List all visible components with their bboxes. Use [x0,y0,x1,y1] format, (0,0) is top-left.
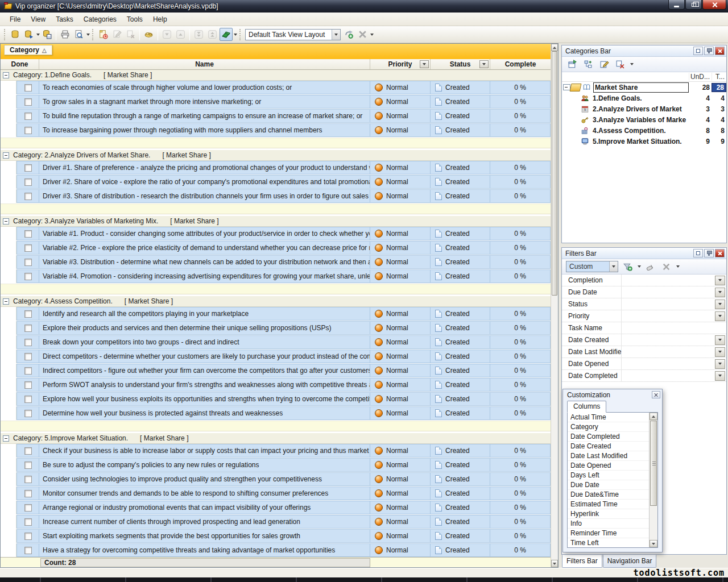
task-done-cell[interactable] [16,472,39,486]
task-name-cell[interactable]: Driver #2. Share of voice - explore the … [39,175,370,189]
scroll-down-icon[interactable] [551,560,558,567]
task-complete-cell[interactable]: 0 % [490,392,551,406]
task-priority-cell[interactable]: Normal [370,255,431,269]
task-checkbox[interactable] [24,462,32,469]
task-done-cell[interactable] [16,364,39,377]
open-database-dropdown[interactable] [36,26,40,43]
filter-dropdown-icon[interactable] [715,300,725,309]
scrollbar-thumb[interactable] [552,51,557,296]
task-name-cell[interactable]: To build fine reputation through a range… [39,109,370,123]
task-name-cell[interactable]: Variable #4. Promotion - considering inc… [39,269,370,283]
filter-row-completion[interactable]: Completion [562,275,726,286]
filter-dropdown-icon[interactable] [715,311,725,321]
filter-dropdown-icon[interactable] [715,359,725,369]
tab-columns[interactable]: Columns [567,401,606,413]
category-tree-item[interactable]: 52.Analyze Drivers of Market33 [562,103,726,114]
apply-filter-icon[interactable] [621,260,634,273]
task-status-cell[interactable]: Created [431,444,490,458]
filter-value[interactable] [621,370,715,381]
task-status-cell[interactable]: Created [431,321,490,335]
columns-scroll-up-icon[interactable] [650,413,657,420]
scroll-up-icon[interactable] [551,44,558,51]
task-priority-cell[interactable]: Normal [370,487,431,500]
layout-combobox-arrow[interactable] [332,30,340,40]
task-status-cell[interactable]: Created [431,269,490,283]
filter-row-date-opened[interactable]: Date Opened [562,358,726,370]
columns-scroll-down-icon[interactable] [650,540,657,547]
task-name-cell[interactable]: Increase current number of clients throu… [39,515,370,529]
category-group-row[interactable]: Category: 2.Analyze Drivers of Market Sh… [1,150,551,161]
task-done-cell[interactable] [16,501,39,514]
minimize-button[interactable] [668,0,685,10]
menu-help[interactable]: Help [148,14,172,25]
print-preview-icon[interactable] [72,28,85,41]
task-done-cell[interactable] [16,255,39,269]
task-priority-cell[interactable]: Normal [370,241,431,255]
category-group-row[interactable]: Category: 5.Improve Market Situation.[ M… [1,433,551,444]
task-name-cell[interactable]: To reach economies of scale through high… [39,81,370,94]
task-checkbox[interactable] [24,339,32,346]
column-option[interactable]: Category [568,422,649,432]
categories-toolbar-dropdown[interactable] [630,57,634,72]
task-complete-cell[interactable]: 0 % [490,189,551,203]
task-status-cell[interactable]: Created [431,109,490,123]
column-option[interactable]: Date Completed [568,432,649,442]
task-checkbox[interactable] [24,259,32,266]
task-name-cell[interactable]: Determine how well your business is prot… [39,406,370,420]
category-tree-item[interactable]: Market Share2828 [562,82,726,93]
filter-value[interactable] [621,334,715,346]
task-priority-cell[interactable]: Normal [370,81,431,94]
task-name-cell[interactable]: Variable #3. Distribution - determine wh… [39,255,370,269]
task-complete-cell[interactable]: 0 % [490,444,551,458]
task-status-cell[interactable]: Created [431,175,490,189]
category-tree-item[interactable]: 5.Improve Market Situation.99 [562,136,726,147]
priority-filter-button[interactable] [420,60,429,68]
filter-row-due-date[interactable]: Due Date [562,286,726,298]
task-done-cell[interactable] [16,321,39,335]
group-by-chip-category[interactable]: Category △ [4,45,52,55]
task-checkbox[interactable] [24,178,32,186]
filters-toolbar-dropdown[interactable] [676,259,680,274]
print-preview-dropdown[interactable] [86,26,90,43]
task-priority-cell[interactable]: Normal [370,227,431,240]
delete-filter-icon[interactable] [660,260,673,273]
task-status-cell[interactable]: Created [431,241,490,255]
apply-layout-icon[interactable] [342,28,355,41]
task-done-cell[interactable] [16,123,39,137]
task-name-cell[interactable]: Identify and research all the competitor… [39,307,370,321]
filter-value[interactable] [621,358,715,369]
task-priority-cell[interactable]: Normal [370,95,431,109]
task-name-cell[interactable]: Monitor consumer trends and demands to b… [39,487,370,500]
task-complete-cell[interactable]: 0 % [490,543,551,557]
task-done-cell[interactable] [16,269,39,283]
new-subcategory-icon[interactable] [582,58,595,71]
new-database-icon[interactable] [9,28,22,41]
notebook-view-icon[interactable] [220,28,233,41]
column-header-name[interactable]: Name [39,59,370,69]
task-priority-cell[interactable]: Normal [370,406,431,420]
column-option[interactable]: Actual Time [568,413,649,422]
task-complete-cell[interactable]: 0 % [490,227,551,240]
task-name-cell[interactable]: Start exploiting markets segments that p… [39,529,370,543]
task-done-cell[interactable] [16,350,39,363]
task-status-cell[interactable]: Created [431,161,490,174]
task-checkbox[interactable] [24,547,32,554]
task-priority-cell[interactable]: Normal [370,515,431,529]
task-checkbox[interactable] [24,127,32,134]
task-done-cell[interactable] [16,335,39,349]
filters-bar-pin-button[interactable] [704,249,714,257]
column-header-priority[interactable]: Priority [370,59,431,69]
column-option[interactable]: Due Date&Time [568,490,649,500]
task-status-cell[interactable]: Created [431,123,490,137]
task-name-cell[interactable]: Variable #2. Price - explore the price e… [39,241,370,255]
layout-combobox[interactable]: Default Task View Layout [245,29,341,40]
task-status-cell[interactable]: Created [431,487,490,500]
task-priority-cell[interactable]: Normal [370,458,431,472]
task-checkbox[interactable] [24,381,32,389]
task-complete-cell[interactable]: 0 % [490,515,551,529]
filter-dropdown-icon[interactable] [715,347,725,357]
collapse-group-icon[interactable] [3,435,9,442]
toolbar-overflow-dropdown[interactable] [370,26,374,43]
task-done-cell[interactable] [16,81,39,94]
task-checkbox[interactable] [24,367,32,375]
